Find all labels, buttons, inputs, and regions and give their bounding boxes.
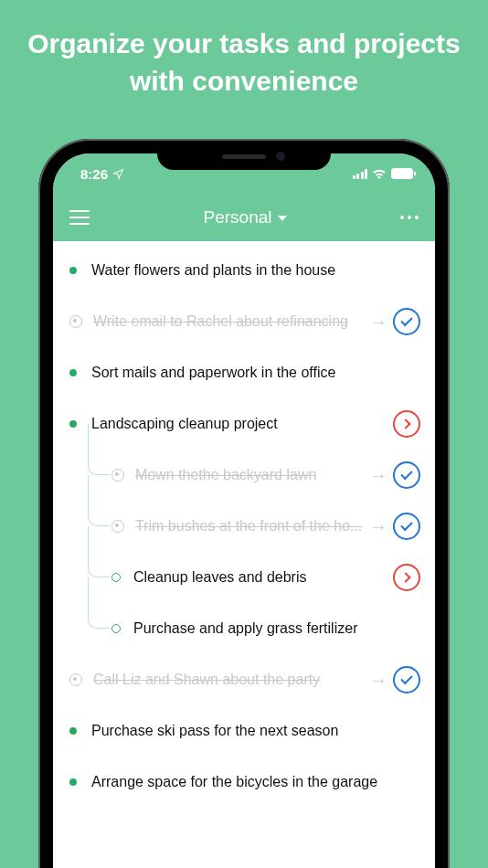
swipe-arrow-icon: → bbox=[369, 670, 387, 691]
nav-title-label: Personal bbox=[204, 207, 272, 228]
task-row[interactable]: Landscaping cleanup project bbox=[53, 398, 435, 450]
swipe-arrow-icon: → bbox=[369, 516, 387, 537]
task-row[interactable]: Water flowers and plants in the house bbox=[53, 245, 435, 296]
more-icon[interactable] bbox=[400, 216, 419, 219]
bullet-icon bbox=[69, 778, 77, 786]
hollow-bullet-icon bbox=[111, 624, 121, 633]
task-row[interactable]: Write email to Rachel about refinancing … bbox=[53, 296, 435, 347]
task-row[interactable]: Call Liz and Shawn about the party → bbox=[53, 654, 435, 705]
status-time: 8:26 bbox=[80, 166, 108, 182]
task-text: Purchase ski pass for the next season bbox=[91, 723, 420, 739]
task-text: Landscaping cleanup project bbox=[91, 416, 393, 432]
check-button[interactable] bbox=[393, 461, 420, 489]
phone-frame: 8:26 Personal bbox=[38, 139, 450, 868]
phone-notch bbox=[157, 143, 331, 170]
task-text: Arrange space for the bicycles in the ga… bbox=[91, 774, 420, 790]
completed-bullet-icon bbox=[111, 469, 124, 482]
bullet-icon bbox=[69, 267, 77, 274]
completed-bullet-icon bbox=[111, 520, 124, 533]
menu-icon[interactable] bbox=[69, 210, 90, 225]
check-button[interactable] bbox=[393, 513, 420, 540]
task-row[interactable]: Mown thethe backyard lawn → bbox=[53, 450, 435, 501]
task-row[interactable]: Purchase ski pass for the next season bbox=[53, 705, 435, 757]
task-row[interactable]: Sort mails and paperwork in the office bbox=[53, 347, 435, 398]
cellular-signal-icon bbox=[353, 169, 368, 179]
list-selector[interactable]: Personal bbox=[204, 207, 287, 228]
location-icon bbox=[112, 168, 124, 180]
task-row[interactable]: Cleanup leaves and debris bbox=[53, 552, 435, 603]
task-text: Sort mails and paperwork in the office bbox=[91, 365, 420, 381]
task-row[interactable]: Arrange space for the bicycles in the ga… bbox=[53, 757, 435, 808]
task-text: Write email to Rachel about refinancing bbox=[93, 313, 366, 330]
expand-button[interactable] bbox=[393, 410, 420, 438]
task-row[interactable]: Purchase and apply grass fertilizer bbox=[53, 603, 435, 654]
wifi-icon bbox=[372, 168, 387, 179]
check-button[interactable] bbox=[393, 666, 420, 693]
phone-screen: 8:26 Personal bbox=[53, 153, 435, 868]
bullet-icon bbox=[69, 369, 77, 376]
task-text: Call Liz and Shawn about the party bbox=[93, 672, 366, 688]
task-list[interactable]: Water flowers and plants in the house Wr… bbox=[53, 241, 435, 811]
task-row[interactable]: Trim bushes at the front of the ho... → bbox=[53, 501, 435, 552]
completed-bullet-icon bbox=[69, 315, 82, 328]
hollow-bullet-icon bbox=[111, 573, 121, 582]
expand-button[interactable] bbox=[393, 564, 420, 591]
battery-icon bbox=[391, 168, 413, 179]
bullet-icon bbox=[69, 420, 77, 428]
completed-bullet-icon bbox=[69, 673, 82, 686]
nav-bar: Personal bbox=[53, 194, 435, 241]
marketing-headline: Organize your tasks and projects with co… bbox=[0, 0, 488, 120]
swipe-arrow-icon: → bbox=[369, 312, 387, 333]
task-text: Mown thethe backyard lawn bbox=[135, 467, 366, 483]
swipe-arrow-icon: → bbox=[369, 465, 387, 486]
task-text: Trim bushes at the front of the ho... bbox=[135, 518, 366, 535]
bullet-icon bbox=[69, 727, 77, 735]
check-button[interactable] bbox=[393, 308, 420, 335]
task-text: Cleanup leaves and debris bbox=[133, 569, 393, 586]
task-text: Water flowers and plants in the house bbox=[91, 262, 420, 279]
chevron-down-icon bbox=[278, 216, 287, 221]
task-text: Purchase and apply grass fertilizer bbox=[133, 620, 420, 637]
